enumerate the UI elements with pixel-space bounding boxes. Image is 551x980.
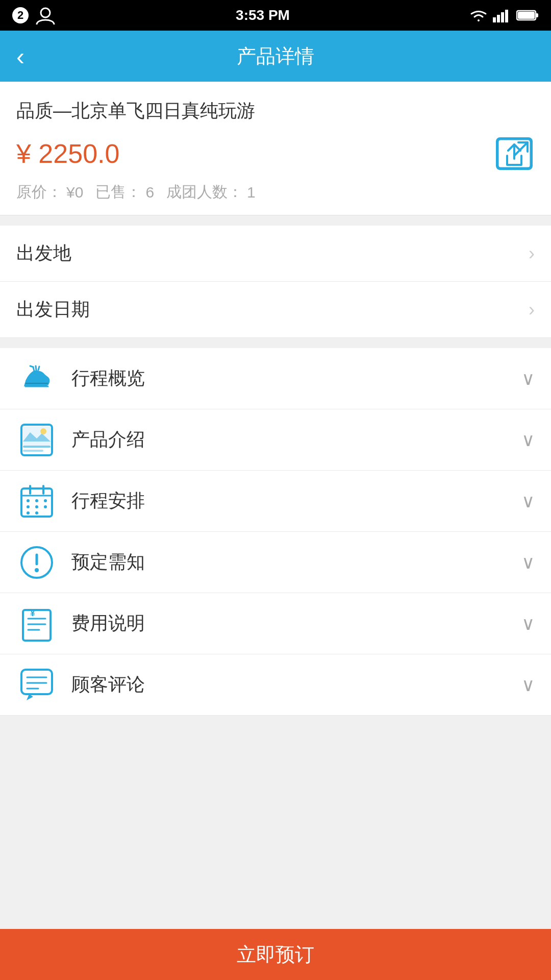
bottom-padding — [0, 716, 551, 777]
divider-2 — [0, 338, 551, 348]
group-item: 成团人数： 1 — [166, 182, 256, 203]
status-left: 2 — [12, 6, 56, 24]
itinerary-overview-item[interactable]: 行程概览 ∨ — [0, 348, 551, 409]
sold-item: 已售： 6 — [95, 182, 154, 203]
book-button-label: 立即预订 — [237, 942, 314, 968]
product-title: 品质—北京单飞四日真纯玩游 — [16, 98, 535, 124]
itinerary-schedule-item[interactable]: 行程安排 ∨ — [0, 471, 551, 532]
product-intro-icon — [16, 420, 57, 460]
group-count: 1 — [247, 184, 256, 201]
itinerary-schedule-icon — [16, 481, 57, 522]
sold-count: 6 — [145, 184, 154, 201]
chevron-right-icon-1: › — [529, 243, 535, 264]
svg-point-33 — [35, 568, 39, 572]
departure-place-item[interactable]: 出发地 › — [0, 226, 551, 282]
itinerary-overview-icon — [16, 358, 57, 399]
cost-explanation-item[interactable]: ¥ 费用说明 ∨ — [0, 593, 551, 654]
svg-rect-6 — [536, 13, 538, 17]
svg-point-23 — [27, 499, 30, 502]
svg-point-26 — [27, 505, 30, 508]
customer-review-label: 顾客评论 — [71, 672, 521, 697]
page-title: 产品详情 — [237, 43, 314, 69]
svg-point-16 — [40, 428, 46, 434]
svg-point-29 — [27, 511, 30, 514]
departure-list: 出发地 › 出发日期 › — [0, 226, 551, 338]
customer-review-item[interactable]: 顾客评论 ∨ — [0, 654, 551, 716]
chevron-right-icon-2: › — [529, 299, 535, 321]
booking-notice-label: 预定需知 — [71, 550, 521, 575]
svg-rect-2 — [497, 15, 500, 22]
chevron-down-icon-6: ∨ — [521, 674, 535, 696]
product-intro-item[interactable]: 产品介绍 ∨ — [0, 409, 551, 471]
svg-text:¥: ¥ — [30, 608, 35, 618]
price-row: ¥ 2250.0 — [16, 136, 535, 172]
chevron-down-icon-1: ∨ — [521, 368, 535, 389]
svg-point-27 — [35, 505, 38, 508]
customer-review-icon — [16, 665, 57, 705]
group-label: 成团人数： — [166, 182, 243, 203]
sold-label: 已售： — [95, 182, 141, 203]
chevron-down-icon-3: ∨ — [521, 491, 535, 512]
svg-rect-4 — [505, 10, 508, 22]
product-meta: 原价： ¥0 已售： 6 成团人数： 1 — [16, 182, 535, 203]
departure-place-label: 出发地 — [16, 241, 529, 266]
chevron-down-icon-2: ∨ — [521, 429, 535, 451]
product-intro-label: 产品介绍 — [71, 427, 521, 452]
chevron-down-icon-5: ∨ — [521, 613, 535, 634]
status-time: 3:53 PM — [236, 7, 290, 23]
svg-rect-3 — [501, 12, 504, 22]
cost-explanation-icon: ¥ — [16, 603, 57, 644]
svg-point-30 — [35, 511, 38, 514]
status-bar: 2 3:53 PM — [0, 0, 551, 31]
icon-list: 行程概览 ∨ 产品介绍 ∨ — [0, 348, 551, 716]
svg-point-25 — [44, 499, 47, 502]
cost-explanation-label: 费用说明 — [71, 611, 521, 636]
svg-point-24 — [35, 499, 38, 502]
user-icon — [35, 6, 56, 24]
svg-rect-34 — [23, 610, 51, 641]
svg-rect-17 — [23, 446, 51, 448]
svg-point-28 — [44, 505, 47, 508]
signal-icon — [493, 8, 511, 22]
svg-rect-1 — [493, 17, 496, 22]
original-price-label: 原价： — [16, 182, 62, 203]
book-button[interactable]: 立即预订 — [0, 929, 551, 980]
svg-rect-39 — [21, 670, 52, 694]
share-button[interactable] — [494, 136, 535, 172]
battery-icon — [516, 9, 539, 21]
original-price-item: 原价： ¥0 — [16, 182, 83, 203]
itinerary-schedule-label: 行程安排 — [71, 488, 521, 513]
chevron-down-icon-4: ∨ — [521, 552, 535, 573]
booking-notice-icon — [16, 542, 57, 583]
back-button[interactable]: ‹ — [16, 42, 24, 70]
share-icon — [496, 137, 533, 170]
wifi-icon — [469, 8, 488, 22]
itinerary-overview-label: 行程概览 — [71, 366, 521, 391]
departure-date-item[interactable]: 出发日期 › — [0, 282, 551, 338]
svg-rect-18 — [23, 450, 43, 452]
divider-1 — [0, 215, 551, 226]
departure-date-label: 出发日期 — [16, 297, 529, 322]
original-price-value: ¥0 — [66, 184, 83, 201]
booking-notice-item[interactable]: 预定需知 ∨ — [0, 532, 551, 593]
svg-point-0 — [41, 8, 50, 17]
status-right — [469, 8, 539, 22]
svg-rect-15 — [23, 426, 51, 446]
product-price: ¥ 2250.0 — [16, 138, 119, 169]
header: ‹ 产品详情 — [0, 31, 551, 82]
svg-rect-7 — [518, 12, 535, 19]
notification-badge: 2 — [12, 7, 29, 23]
product-info-section: 品质—北京单飞四日真纯玩游 ¥ 2250.0 原价： ¥0 已售： 6 — [0, 82, 551, 215]
